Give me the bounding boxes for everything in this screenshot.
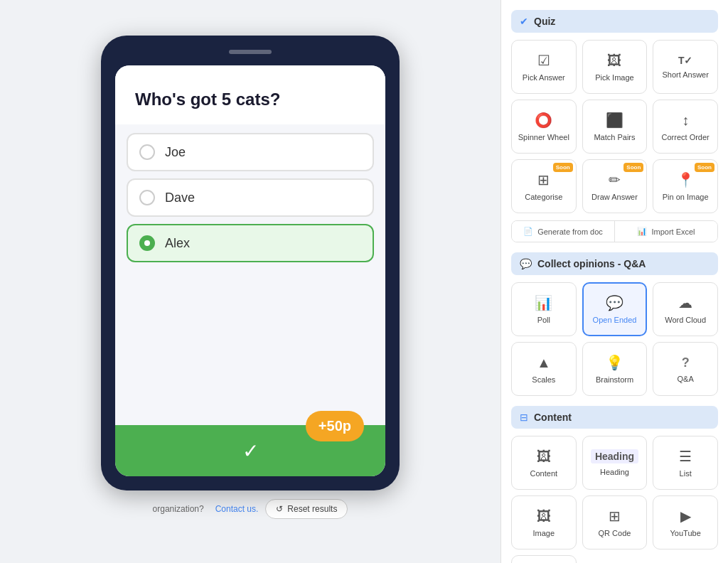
pick-image-icon: 🖼	[607, 53, 621, 69]
qanda-label: Q&A	[678, 375, 694, 383]
tool-word-cloud[interactable]: ☁ Word Cloud	[653, 282, 718, 336]
content-tools-grid: 🖼 Content Heading Heading ☰ List 🖼 Image…	[511, 436, 718, 563]
answer-label-alex: Alex	[165, 236, 190, 251]
opinions-section-header: 💬 Collect opinions - Q&A	[511, 252, 718, 275]
import-excel-label: Import Excel	[651, 227, 695, 236]
phone-screen: Who's got 5 cats? Joe Dave Alex	[115, 65, 385, 476]
tool-qanda[interactable]: ? Q&A	[653, 342, 718, 396]
tool-pin-on-image[interactable]: Soon 📍 Pin on Image	[653, 159, 718, 213]
phone-mockup: Who's got 5 cats? Joe Dave Alex	[101, 36, 400, 490]
match-pairs-icon: ⬛	[606, 112, 623, 129]
quiz-section: ✔ Quiz ☑ Pick Answer 🖼 Pick Image T✓ Sho…	[511, 10, 718, 242]
quiz-tools-grid: ☑ Pick Answer 🖼 Pick Image T✓ Short Answ…	[511, 40, 718, 213]
draw-answer-icon: ✏	[609, 171, 621, 188]
tool-youtube[interactable]: ▶ YouTube	[653, 495, 718, 549]
reset-button[interactable]: ↺ Reset results	[265, 499, 348, 519]
poll-label: Poll	[537, 316, 550, 324]
opinions-tools-grid: 📊 Poll 💬 Open Ended ☁ Word Cloud ▲ Scale…	[511, 282, 718, 396]
word-cloud-icon: ☁	[678, 294, 692, 311]
tool-google-slides[interactable]: G Google Slides	[511, 555, 577, 563]
brainstorm-label: Brainstorm	[596, 375, 633, 384]
left-panel: Who's got 5 cats? Joe Dave Alex	[0, 0, 500, 563]
opinions-icon: 💬	[520, 258, 532, 269]
match-pairs-label: Match Pairs	[594, 133, 635, 141]
tool-image[interactable]: 🖼 Image	[511, 495, 577, 549]
opinions-section: 💬 Collect opinions - Q&A 📊 Poll 💬 Open E…	[511, 252, 718, 396]
check-icon: ✓	[242, 439, 259, 463]
generate-from-doc-button[interactable]: 📄 Generate from doc	[512, 221, 615, 242]
categorise-soon: Soon	[553, 163, 573, 172]
categorise-label: Categorise	[525, 193, 562, 201]
draw-answer-soon: Soon	[623, 163, 643, 172]
pin-on-image-label: Pin on Image	[663, 193, 709, 201]
answer-label-dave: Dave	[165, 191, 195, 205]
generate-doc-icon: 📄	[523, 227, 533, 236]
tool-qr-code[interactable]: ⊞ QR Code	[582, 495, 648, 549]
qanda-icon: ?	[682, 355, 690, 370]
correct-order-icon: ↕	[682, 112, 689, 129]
radio-dave	[139, 190, 155, 205]
tool-spinner-wheel[interactable]: ⭕ Spinner Wheel	[511, 100, 577, 154]
generate-doc-label: Generate from doc	[537, 227, 603, 236]
pick-image-label: Pick Image	[595, 73, 633, 82]
tool-content[interactable]: 🖼 Content	[511, 436, 577, 490]
heading-label: Heading	[600, 468, 629, 476]
tool-draw-answer[interactable]: Soon ✏ Draw Answer	[582, 159, 648, 213]
image-icon: 🖼	[537, 508, 551, 525]
spinner-wheel-label: Spinner Wheel	[518, 133, 569, 141]
import-excel-button[interactable]: 📊 Import Excel	[615, 221, 717, 242]
tool-pick-answer[interactable]: ☑ Pick Answer	[511, 40, 577, 94]
reset-label: Reset results	[287, 504, 337, 514]
list-icon: ☰	[679, 448, 692, 465]
tool-match-pairs[interactable]: ⬛ Match Pairs	[582, 100, 648, 154]
tool-pick-image[interactable]: 🖼 Pick Image	[582, 40, 648, 94]
tool-poll[interactable]: 📊 Poll	[511, 282, 577, 336]
phone-notch	[229, 50, 272, 54]
org-text: organization?	[153, 504, 204, 514]
tool-scales[interactable]: ▲ Scales	[511, 342, 577, 396]
question-area: Who's got 5 cats?	[115, 65, 385, 124]
reset-icon: ↺	[276, 504, 283, 514]
contact-link[interactable]: Contact us.	[215, 504, 259, 514]
short-answer-label: Short Answer	[662, 70, 708, 79]
open-ended-icon: 💬	[606, 294, 623, 311]
youtube-icon: ▶	[680, 508, 691, 525]
categorise-icon: ⊞	[537, 171, 550, 188]
answer-label-joe: Joe	[165, 145, 186, 160]
opinions-label: Collect opinions - Q&A	[537, 258, 646, 269]
import-excel-icon: 📊	[637, 227, 647, 236]
bottom-bar: organization? Contact us. ↺ Reset result…	[153, 490, 348, 527]
tool-list[interactable]: ☰ List	[653, 436, 718, 490]
tool-categorise[interactable]: Soon ⊞ Categorise	[511, 159, 577, 213]
content-label: Content	[534, 412, 572, 423]
pick-answer-icon: ☑	[537, 52, 550, 69]
tool-heading[interactable]: Heading Heading	[582, 436, 648, 490]
tool-open-ended[interactable]: 💬 Open Ended	[582, 282, 648, 336]
right-panel: ✔ Quiz ☑ Pick Answer 🖼 Pick Image T✓ Sho…	[500, 0, 728, 563]
quiz-label: Quiz	[534, 16, 555, 27]
scales-label: Scales	[532, 375, 555, 384]
quiz-section-header: ✔ Quiz	[511, 10, 718, 33]
word-cloud-label: Word Cloud	[665, 316, 706, 324]
radio-alex	[139, 235, 155, 251]
pin-on-image-soon: Soon	[695, 163, 714, 172]
answers-area: Joe Dave Alex	[115, 124, 385, 425]
answer-dave[interactable]: Dave	[127, 178, 374, 217]
tool-short-answer[interactable]: T✓ Short Answer	[653, 40, 718, 94]
content-tool-icon: 🖼	[537, 449, 551, 465]
submit-bar[interactable]: ✓ +50p	[115, 425, 385, 476]
spinner-wheel-icon: ⭕	[535, 112, 552, 129]
tool-brainstorm[interactable]: 💡 Brainstorm	[582, 342, 648, 396]
open-ended-label: Open Ended	[593, 316, 637, 324]
tool-correct-order[interactable]: ↕ Correct Order	[653, 100, 718, 154]
quiz-icon: ✔	[520, 16, 528, 27]
content-section-header: ⊟ Content	[511, 406, 718, 429]
radio-joe	[139, 144, 155, 160]
brainstorm-icon: 💡	[606, 354, 623, 371]
heading-icon: Heading	[591, 449, 638, 463]
answer-joe[interactable]: Joe	[127, 133, 374, 171]
answer-alex[interactable]: Alex	[127, 224, 374, 262]
pin-on-image-icon: 📍	[677, 171, 695, 188]
image-label: Image	[533, 529, 555, 537]
scales-icon: ▲	[537, 355, 551, 371]
